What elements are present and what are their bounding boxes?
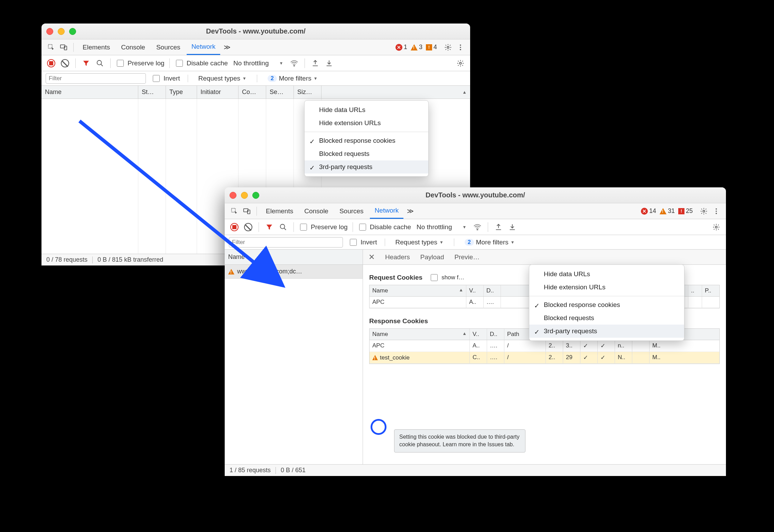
col-name[interactable]: Name▲ — [370, 329, 470, 340]
tabs-overflow-icon[interactable]: ≫ — [405, 203, 416, 219]
svg-point-20 — [477, 229, 478, 230]
more-icon[interactable] — [711, 206, 722, 217]
col-tail[interactable]: .. — [688, 285, 702, 296]
col-waterfall[interactable]: ▲ — [321, 86, 470, 99]
more-filters-dropdown[interactable]: 2 More filters ▼ — [462, 239, 517, 246]
cookie-row[interactable]: APC A.. …. / 2.. 3.. ✓ ✓ n.. M.. — [370, 340, 719, 352]
network-conditions-icon[interactable] — [472, 222, 483, 233]
zoom-icon[interactable] — [69, 28, 76, 35]
panel-tabs: Elements Console Sources Network ≫ ✕1 3 … — [41, 39, 470, 55]
upload-icon[interactable] — [493, 222, 504, 233]
record-button[interactable] — [229, 222, 240, 233]
close-detail-icon[interactable]: ✕ — [369, 253, 375, 262]
disable-cache-checkbox[interactable]: Disable cache — [358, 223, 411, 232]
menu-blocked-requests[interactable]: Blocked requests — [305, 147, 428, 160]
network-settings-icon[interactable] — [455, 58, 466, 69]
menu-label: 3rd-party requests — [319, 163, 372, 170]
col-se[interactable]: Se… — [266, 86, 294, 99]
filter-icon[interactable] — [264, 222, 275, 233]
tab-elements[interactable]: Elements — [78, 39, 115, 55]
request-types-dropdown[interactable]: Request types ▼ — [196, 75, 249, 82]
tab-payload[interactable]: Payload — [420, 253, 444, 261]
tab-console[interactable]: Console — [299, 203, 333, 219]
download-icon[interactable] — [507, 222, 518, 233]
sort-icon: ▲ — [462, 90, 467, 95]
invert-checkbox[interactable]: Invert — [151, 74, 180, 83]
tab-sources[interactable]: Sources — [335, 203, 369, 219]
preserve-log-checkbox[interactable]: Preserve log — [299, 223, 348, 232]
col-v[interactable]: V.. — [470, 329, 487, 340]
col-co[interactable]: Co… — [239, 86, 266, 99]
separator — [259, 222, 259, 232]
show-filtered-checkbox[interactable]: show f… — [429, 273, 464, 282]
col-name[interactable]: Name — [41, 86, 138, 99]
col-status[interactable]: St… — [138, 86, 166, 99]
col-tail2[interactable]: P.. — [702, 285, 719, 296]
col-name[interactable]: Name — [225, 250, 363, 264]
disable-cache-checkbox[interactable]: Disable cache — [175, 59, 228, 68]
filter-input[interactable] — [229, 237, 343, 248]
inspect-icon[interactable] — [46, 42, 57, 53]
request-types-label: Request types — [198, 75, 240, 82]
tab-console[interactable]: Console — [116, 39, 150, 55]
device-icon[interactable] — [241, 206, 252, 217]
clear-button[interactable] — [59, 58, 71, 69]
svg-point-10 — [459, 62, 461, 64]
search-icon[interactable] — [94, 58, 105, 69]
more-filters-dropdown[interactable]: 2 More filters ▼ — [265, 75, 320, 82]
issue-counts[interactable]: ✕1 3 !4 — [395, 44, 437, 51]
tabs-overflow-icon[interactable]: ≫ — [222, 39, 233, 55]
search-icon[interactable] — [278, 222, 289, 233]
tab-elements[interactable]: Elements — [261, 203, 298, 219]
col-initiator[interactable]: Initiator — [197, 86, 239, 99]
zoom-icon[interactable] — [252, 192, 259, 199]
menu-blocked-response-cookies[interactable]: ✓Blocked response cookies — [529, 298, 684, 311]
menu-hide-extension-urls[interactable]: Hide extension URLs — [305, 116, 428, 130]
download-icon[interactable] — [324, 58, 335, 69]
filter-icon[interactable] — [81, 58, 92, 69]
network-conditions-icon[interactable] — [289, 58, 300, 69]
col-v[interactable]: V.. — [466, 285, 484, 296]
menu-3rd-party-requests[interactable]: ✓3rd-party requests — [529, 325, 684, 338]
upload-icon[interactable] — [310, 58, 321, 69]
col-type[interactable]: Type — [166, 86, 197, 99]
settings-icon[interactable] — [698, 206, 709, 217]
throttling-label: No throttling — [417, 223, 452, 231]
tab-preview[interactable]: Previe… — [455, 253, 480, 261]
menu-hide-data-urls[interactable]: Hide data URLs — [305, 103, 428, 116]
minimize-icon[interactable] — [58, 28, 65, 35]
menu-hide-extension-urls[interactable]: Hide extension URLs — [529, 281, 684, 294]
network-settings-icon[interactable] — [711, 222, 722, 233]
more-icon[interactable] — [455, 42, 466, 53]
tab-headers[interactable]: Headers — [385, 253, 410, 261]
separator — [73, 43, 74, 52]
tab-network[interactable]: Network — [187, 39, 221, 55]
tab-sources[interactable]: Sources — [151, 39, 185, 55]
request-row[interactable]: www.youtube.com;dc… — [225, 265, 363, 279]
preserve-log-checkbox[interactable]: Preserve log — [115, 59, 165, 68]
menu-blocked-requests[interactable]: Blocked requests — [529, 311, 684, 325]
col-d[interactable]: D.. — [487, 329, 504, 340]
cookie-row-blocked[interactable]: test_cookie C.. …. / 2.. 29 ✓ ✓ N.. M.. — [370, 352, 719, 364]
device-icon[interactable] — [58, 42, 69, 53]
clear-button[interactable] — [243, 222, 254, 233]
close-icon[interactable] — [230, 192, 236, 199]
close-icon[interactable] — [46, 28, 53, 35]
tab-network[interactable]: Network — [370, 203, 404, 219]
col-d[interactable]: D.. — [484, 285, 501, 296]
invert-checkbox[interactable]: Invert — [348, 238, 377, 247]
throttling-select[interactable]: No throttling▼ — [414, 223, 469, 231]
col-size[interactable]: Siz… — [294, 86, 321, 99]
inspect-icon[interactable] — [229, 206, 240, 217]
menu-blocked-response-cookies[interactable]: ✓Blocked response cookies — [305, 134, 428, 147]
request-types-dropdown[interactable]: Request types ▼ — [393, 239, 446, 246]
settings-icon[interactable] — [442, 42, 454, 53]
col-name[interactable]: Name▲ — [370, 285, 466, 296]
filter-input[interactable] — [46, 73, 146, 84]
minimize-icon[interactable] — [241, 192, 248, 199]
throttling-select[interactable]: No throttling▼ — [231, 59, 286, 67]
record-button[interactable] — [46, 58, 57, 69]
issue-counts[interactable]: ✕14 31 !25 — [641, 207, 693, 215]
menu-hide-data-urls[interactable]: Hide data URLs — [529, 268, 684, 281]
menu-3rd-party-requests[interactable]: ✓3rd-party requests — [305, 160, 428, 174]
